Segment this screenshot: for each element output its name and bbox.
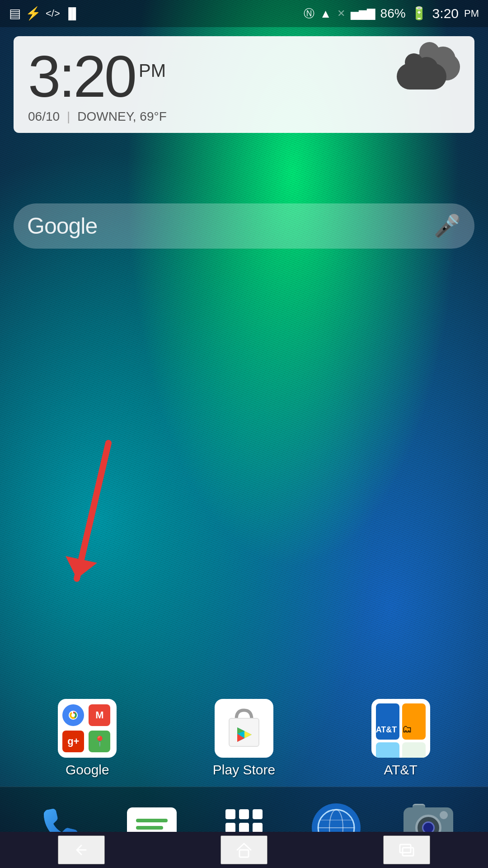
google-folder-label: Google [66, 762, 109, 778]
battery-icon: 🔋 [411, 7, 427, 20]
svg-rect-15 [239, 850, 249, 857]
att-folder-item[interactable]: AT&T 🗂 ☁ 🔧 AT&T [360, 699, 441, 778]
google-folder-item[interactable]: M g+ 📍 Google [47, 699, 128, 778]
wifi-icon: ▲ [320, 8, 332, 19]
clock-date: 06/10 | DOWNEY, 69°F [28, 109, 167, 124]
status-time: 3:20 [432, 6, 459, 21]
att-sub4: 🔧 [402, 742, 426, 758]
svg-rect-17 [403, 848, 413, 856]
svg-point-1 [71, 713, 75, 717]
att-sub3: ☁ [376, 742, 399, 758]
back-button[interactable] [58, 835, 105, 864]
clock-widget[interactable]: 3:20PM 06/10 | DOWNEY, 69°F [14, 36, 474, 133]
chrome-icon [62, 704, 84, 726]
status-left-icons: ▤ ⚡ </> ▐▌ [9, 7, 80, 20]
att-folder-label: AT&T [384, 762, 417, 778]
att-sub2: 🗂 [402, 703, 426, 740]
code-icon: </> [46, 9, 60, 19]
home-button[interactable] [221, 835, 267, 864]
clock-time: 3:20PM [28, 47, 167, 106]
barcode-icon: ▐▌ [65, 8, 80, 19]
status-ampm: PM [464, 8, 479, 19]
playstore-icon [215, 699, 273, 758]
google-search-bar[interactable]: Google 🎤 [14, 203, 474, 249]
microphone-icon[interactable]: 🎤 [434, 213, 461, 239]
battery-percent: 86% [380, 6, 406, 21]
nav-bar [0, 832, 488, 868]
gmail-icon: M [89, 704, 110, 726]
maps-icon: 📍 [89, 731, 110, 752]
recents-button[interactable] [383, 835, 430, 864]
status-bar: ▤ ⚡ </> ▐▌ Ⓝ ▲ ✕ ▅▆▇ 86% 🔋 3:20 PM [0, 0, 488, 27]
screen-icon: ▤ [9, 7, 21, 20]
google-logo: Google [27, 213, 434, 239]
signal-icon: ▅▆▇ [351, 8, 375, 19]
playstore-label: Play Store [213, 762, 275, 778]
status-right-icons: Ⓝ ▲ ✕ ▅▆▇ 86% 🔋 3:20 PM [304, 6, 479, 21]
svg-rect-16 [400, 844, 411, 853]
usb-icon: ⚡ [25, 7, 41, 20]
no-sim-icon: ✕ [337, 9, 345, 19]
playstore-app-item[interactable]: Play Store [203, 699, 285, 778]
google-folder-icon: M g+ 📍 [58, 699, 117, 758]
google-plus-icon: g+ [62, 731, 84, 752]
att-folder-icon: AT&T 🗂 ☁ 🔧 [371, 699, 430, 758]
playstore-svg [224, 706, 264, 751]
main-app-row: M g+ 📍 Google [0, 699, 488, 778]
att-sub1: AT&T [376, 703, 399, 740]
nfc-icon: Ⓝ [304, 8, 314, 19]
weather-icon [397, 49, 460, 90]
